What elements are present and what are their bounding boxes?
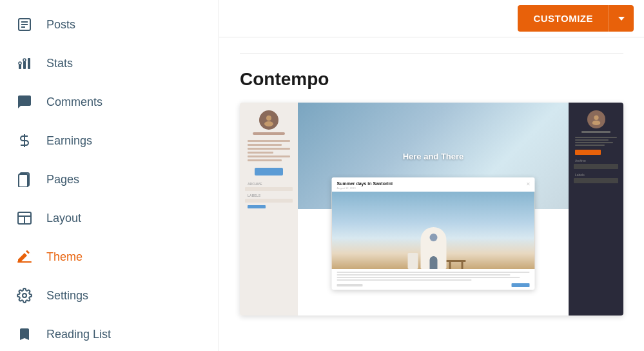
sidebar-item-theme[interactable]: Theme <box>0 237 219 276</box>
preview-labels-label: Labels <box>245 192 293 199</box>
svg-rect-11 <box>19 174 28 187</box>
sidebar-item-theme-label: Theme <box>46 250 83 264</box>
preview-right-name-bar <box>581 131 610 133</box>
preview-line-6 <box>248 159 282 161</box>
earnings-icon <box>15 132 34 150</box>
preview-card-date: August 12, 2019 <box>337 186 393 190</box>
preview-labels-bar <box>245 199 293 203</box>
preview-line-3 <box>248 148 290 150</box>
preview-read-more <box>512 283 530 287</box>
svg-point-16 <box>23 294 26 297</box>
preview-right-line-3 <box>575 142 613 143</box>
svg-rect-6 <box>28 58 30 69</box>
preview-view-more <box>248 205 266 208</box>
preview-card-line-4 <box>337 279 472 281</box>
preview-right-archive-label: Archive <box>574 159 618 163</box>
stats-icon <box>15 54 34 72</box>
preview-archive-bar <box>245 187 293 191</box>
reading-list-icon <box>15 325 34 343</box>
preview-card-footer <box>332 269 535 290</box>
svg-rect-5 <box>23 61 26 69</box>
sidebar-item-comments-label: Comments <box>46 95 102 109</box>
preview-card-line-1 <box>337 272 530 273</box>
preview-building-body <box>420 227 446 269</box>
preview-table-leg-1 <box>449 260 451 269</box>
sidebar-item-earnings-label: Earnings <box>46 134 92 148</box>
content-area: Contempo <box>219 37 644 351</box>
svg-point-20 <box>592 121 600 125</box>
preview-building-door <box>429 256 437 269</box>
svg-point-18 <box>264 121 273 126</box>
sidebar-item-layout[interactable]: Layout <box>0 199 219 237</box>
sidebar-item-settings[interactable]: Settings <box>0 276 219 315</box>
preview-card-image <box>332 192 535 269</box>
preview-right-button <box>575 150 601 155</box>
sidebar-item-earnings[interactable]: Earnings <box>0 121 219 160</box>
preview-right-line-4 <box>575 145 605 146</box>
sidebar-item-stats[interactable]: Stats <box>0 44 219 83</box>
customize-btn-group: CUSTOMIZE <box>518 5 634 32</box>
preview-line-1 <box>248 140 290 142</box>
preview-table-leg-2 <box>461 260 463 269</box>
customize-button[interactable]: CUSTOMIZE <box>518 5 609 32</box>
preview-right-panel: Archive Labels <box>569 103 623 316</box>
sidebar-item-settings-label: Settings <box>46 289 88 303</box>
sidebar-item-comments[interactable]: Comments <box>0 83 219 121</box>
preview-card-close: ✕ <box>526 181 530 185</box>
preview-center-panel: Here and There Summer days in Santorini … <box>298 103 569 316</box>
svg-rect-4 <box>19 65 21 69</box>
preview-hero-text: Here and There <box>403 151 464 161</box>
preview-right-avatar <box>587 110 605 128</box>
chevron-down-icon <box>618 17 625 21</box>
preview-author-line <box>337 284 363 286</box>
preview-line-5 <box>248 155 290 157</box>
customize-dropdown-button[interactable] <box>609 5 634 32</box>
pages-icon <box>15 170 34 188</box>
svg-rect-15 <box>17 261 32 263</box>
preview-right-archive-select <box>574 164 618 169</box>
preview-card-line-2 <box>337 274 511 276</box>
theme-icon <box>15 248 34 266</box>
settings-icon <box>15 286 34 305</box>
svg-point-17 <box>266 115 271 121</box>
sidebar-item-reading-list[interactable]: Reading List <box>0 315 219 351</box>
sidebar: Posts Stats Comments Ea <box>0 0 219 351</box>
preview-line-4 <box>248 152 273 154</box>
sidebar-item-pages-label: Pages <box>46 173 79 186</box>
preview-archive-label: Archive <box>245 179 293 187</box>
topbar: CUSTOMIZE <box>219 0 644 37</box>
preview-card-title: Summer days in Santorini <box>337 181 393 186</box>
comments-icon <box>15 93 34 111</box>
preview-right-labels-select <box>574 178 618 183</box>
preview-avatar-small <box>259 110 278 130</box>
preview-blog-name-bar <box>253 132 285 135</box>
posts-icon <box>15 15 34 34</box>
layout-icon <box>15 209 34 227</box>
preview-table <box>446 257 465 269</box>
divider <box>240 53 623 54</box>
preview-building-side <box>407 253 418 269</box>
sidebar-item-layout-label: Layout <box>46 212 81 225</box>
sidebar-item-posts[interactable]: Posts <box>0 5 219 44</box>
preview-card-header: Summer days in Santorini August 12, 2019… <box>332 177 535 192</box>
preview-card-actions <box>337 283 530 287</box>
sidebar-item-posts-label: Posts <box>46 18 75 32</box>
theme-preview: Archive Labels Here and There Summer day… <box>240 103 623 316</box>
preview-blog-card: Summer days in Santorini August 12, 2019… <box>332 177 535 290</box>
preview-right-labels-label: Labels <box>574 173 618 177</box>
preview-left-panel: Archive Labels <box>240 103 298 316</box>
preview-line-2 <box>248 144 282 146</box>
sidebar-item-pages[interactable]: Pages <box>0 160 219 199</box>
preview-building-container <box>420 227 446 269</box>
theme-title: Contempo <box>240 69 623 90</box>
svg-point-8 <box>23 59 26 61</box>
preview-card-text-lines <box>337 272 530 281</box>
preview-card-line-3 <box>337 277 520 278</box>
sidebar-item-reading-list-label: Reading List <box>46 328 111 341</box>
preview-building-window <box>429 234 437 241</box>
preview-cta-button <box>255 168 283 176</box>
main-content: CUSTOMIZE Contempo <box>219 0 644 351</box>
svg-point-7 <box>19 62 21 65</box>
sidebar-item-stats-label: Stats <box>46 57 73 70</box>
preview-right-text-lines <box>574 137 618 146</box>
